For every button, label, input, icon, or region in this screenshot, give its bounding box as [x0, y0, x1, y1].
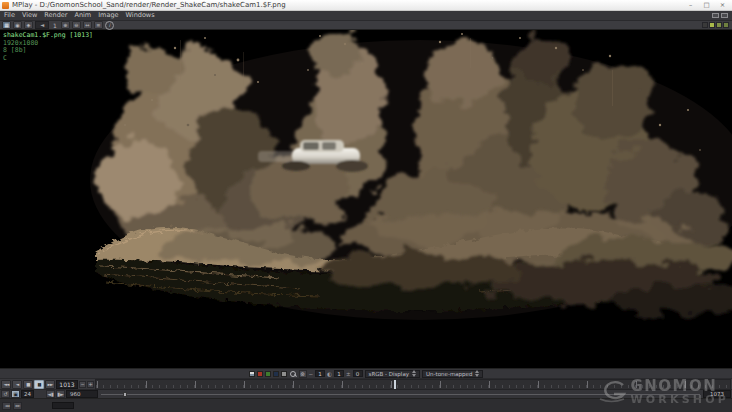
expand-pane-icon[interactable] — [721, 13, 728, 18]
maximize-button[interactable]: □ — [699, 1, 714, 10]
menu-anim[interactable]: Anim — [74, 11, 91, 20]
range-step-forward-button[interactable]: ▮► — [56, 390, 65, 398]
spinner-icon[interactable] — [475, 370, 479, 377]
menu-windows[interactable]: Windows — [126, 11, 155, 20]
gamma-icon: − — [309, 371, 314, 377]
mplay-window: MPlay - D:/GnomonSchool_Sand/render/Rend… — [0, 0, 732, 412]
image-info-overlay: shakeCam1.$F.png [1013] 1920x1080 8 [8b]… — [3, 32, 93, 62]
gamma-field[interactable]: 1 — [315, 370, 325, 377]
window-controls: – □ × — [683, 1, 730, 10]
jump-start-button[interactable]: ◄◄ — [1, 380, 11, 389]
image-channel-icon[interactable] — [249, 371, 255, 377]
overlay-plane: C — [3, 55, 93, 63]
memory-indicator — [702, 22, 730, 28]
info-icon[interactable]: i — [105, 21, 114, 30]
playbar: ◄◄ ◄ ■ ▮▮ ►► 1013 − + — [0, 378, 732, 389]
memory-block-1 — [702, 22, 708, 28]
colorspace-value: sRGB - Display — [369, 371, 409, 377]
alpha-channel-button[interactable] — [281, 371, 287, 377]
colorspace-dropdown[interactable]: sRGB - Display — [365, 370, 420, 378]
range-slider[interactable] — [99, 390, 702, 399]
menu-file[interactable]: File — [4, 11, 15, 20]
timeline-playhead[interactable] — [394, 380, 396, 389]
red-channel-button[interactable] — [257, 371, 263, 377]
stop-button[interactable]: ■ — [23, 380, 33, 389]
range-step-back-button[interactable]: ◄▮ — [46, 390, 55, 398]
app-icon — [2, 2, 9, 9]
frame-decrement-button[interactable]: − — [79, 381, 86, 388]
zoom-in-button[interactable]: ⊕ — [61, 21, 70, 29]
status-bar: ◄◄ ►► — [0, 398, 732, 412]
offset-icon: ± — [346, 371, 351, 377]
blue-channel-button[interactable] — [273, 371, 279, 377]
pause-button[interactable]: ▮▮ — [34, 380, 44, 389]
menubar: File View Render Anim Image Windows — [0, 11, 732, 20]
timeline-major-ticks — [97, 381, 729, 388]
titlebar: MPlay - D:/GnomonSchool_Sand/render/Rend… — [0, 0, 732, 11]
background-toggle[interactable]: ⊗ — [299, 370, 307, 378]
fps-field[interactable]: 24 — [21, 390, 34, 398]
overlay-depth: 8 [8b] — [3, 47, 93, 55]
pointer-tool-button[interactable]: ▦ — [2, 21, 11, 29]
timeline-ruler[interactable] — [95, 379, 731, 390]
range-slider-handle[interactable] — [123, 392, 127, 397]
next-sequence-button[interactable]: ►► — [13, 402, 22, 410]
offset-field[interactable]: 0 — [353, 370, 363, 377]
display-options-bar: ⊗ − 1 ◐ 1 ± 0 sRGB - Display Un-tone-map… — [0, 368, 732, 378]
fit-view-button[interactable]: ↔ — [83, 21, 92, 29]
minimize-button[interactable]: – — [683, 1, 698, 10]
memory-block-2 — [709, 22, 715, 28]
image-viewport[interactable]: shakeCam1.$F.png [1013] 1920x1080 8 [8b]… — [0, 30, 732, 368]
gain-field[interactable]: 1 — [334, 370, 344, 377]
magnifier-icon[interactable] — [289, 370, 297, 378]
window-title: MPlay - D:/GnomonSchool_Sand/render/Rend… — [12, 1, 286, 9]
menu-view[interactable]: View — [22, 11, 37, 20]
tonemap-value: Un-tone-mapped — [426, 371, 472, 377]
range-start-field[interactable]: 960 — [66, 390, 98, 398]
realtime-toggle[interactable]: ▣ — [11, 390, 20, 398]
toolbar: ▦ ◉ ◈ ◄ 1 ⊕ ⊖ ↔ ≡ i — [0, 20, 732, 30]
current-frame-field[interactable]: 1013 — [56, 380, 78, 389]
sequence-index: 1 — [51, 22, 59, 29]
gain-icon: ◐ — [327, 371, 332, 377]
memory-block-3 — [716, 22, 722, 28]
frame-increment-button[interactable]: + — [87, 381, 94, 388]
memory-block-4 — [723, 22, 729, 28]
previous-sequence-button[interactable]: ◄◄ — [2, 402, 11, 410]
sequence-nav-prev[interactable]: ◄ — [35, 21, 49, 29]
status-field — [52, 402, 74, 409]
spinner-icon[interactable] — [412, 370, 416, 377]
play-reverse-button[interactable]: ◄ — [12, 380, 22, 389]
range-end-field[interactable]: 1073 — [703, 390, 731, 398]
loop-button[interactable]: ↺ — [1, 390, 10, 398]
home-view-button[interactable]: ≡ — [94, 21, 103, 29]
jump-end-button[interactable]: ►► — [45, 380, 55, 389]
range-bar: ↺ ▣ 24 ◄▮ ▮► 960 1073 — [0, 389, 732, 398]
pan-tool-button[interactable]: ◉ — [13, 21, 22, 29]
detach-pane-icon[interactable] — [712, 13, 719, 18]
menu-image[interactable]: Image — [98, 11, 118, 20]
green-channel-button[interactable] — [265, 371, 271, 377]
tonemap-dropdown[interactable]: Un-tone-mapped — [422, 370, 483, 378]
range-slider-track — [101, 394, 700, 395]
menu-render[interactable]: Render — [44, 11, 67, 20]
zoom-out-button[interactable]: ⊖ — [72, 21, 81, 29]
menubar-right-icons — [712, 13, 728, 18]
render-image — [0, 30, 732, 368]
close-button[interactable]: × — [715, 1, 730, 10]
inspect-tool-button[interactable]: ◈ — [24, 21, 33, 29]
